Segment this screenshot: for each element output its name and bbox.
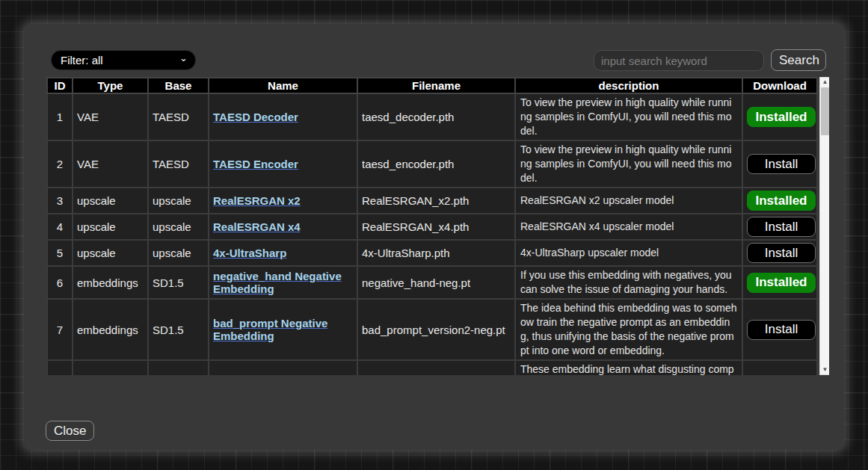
cell-type: upscale [73, 188, 148, 214]
scrollbar-up-icon[interactable]: ▲ [820, 78, 829, 87]
table-row: 7 embeddings SD1.5 bad_prompt Negative E… [47, 299, 817, 360]
cell-description: RealESRGAN x4 upscaler model [515, 214, 742, 240]
cell-description: These embedding learn what disgusting co… [515, 360, 742, 375]
cell-description: 4x-UltraSharp upscaler model [515, 240, 742, 266]
table-row: 4 upscale upscale RealESRGAN x4 RealESRG… [47, 214, 817, 240]
cell-name: RealESRGAN x2 [209, 188, 357, 214]
cell-base: SD1.5 [148, 266, 209, 299]
model-table-container: ID Type Base Name Filename description D… [46, 77, 829, 375]
scrollbar[interactable]: ▲ ▼ [819, 77, 829, 375]
header-type: Type [73, 78, 148, 93]
cell-filename: bad_prompt_version2-neg.pt [357, 299, 515, 360]
cell-base [148, 360, 209, 375]
filter-select[interactable]: Filter: all ⌄ [51, 50, 196, 70]
cell-download: Install [742, 214, 817, 240]
cell-type: embeddings [73, 266, 148, 299]
cell-download: Installed [742, 266, 817, 299]
cell-description: If you use this embedding with negatives… [515, 266, 742, 299]
cell-description: RealESRGAN x2 upscaler model [515, 188, 742, 214]
cell-name: 4x-UltraSharp [209, 240, 357, 266]
cell-filename [357, 360, 515, 375]
cell-base: upscale [148, 188, 209, 214]
cell-base: upscale [148, 240, 209, 266]
cell-type: embeddings [73, 299, 148, 360]
cell-name: negative_hand Negative Embedding [209, 266, 357, 299]
search-input[interactable] [594, 50, 764, 71]
install-button[interactable]: Install [747, 243, 816, 263]
cell-filename: RealESRGAN_x2.pth [357, 188, 515, 214]
cell-id: 1 [47, 93, 73, 140]
cell-filename: taesd_encoder.pth [357, 140, 515, 188]
table-row: 3 upscale upscale RealESRGAN x2 RealESRG… [47, 188, 817, 214]
scrollbar-down-icon[interactable]: ▼ [820, 365, 829, 374]
cell-name: RealESRGAN x4 [209, 214, 357, 240]
table-row: 5 upscale upscale 4x-UltraSharp 4x-Ultra… [47, 240, 817, 266]
model-link[interactable]: bad_prompt Negative Embedding [213, 317, 327, 342]
table-row: 1 VAE TAESD TAESD Decoder taesd_decoder.… [47, 93, 817, 140]
install-button[interactable]: Install [747, 154, 816, 174]
cell-description: To view the preview in high quality whil… [515, 93, 742, 140]
install-button[interactable]: Install [747, 320, 816, 340]
model-link[interactable]: negative_hand Negative Embedding [213, 270, 342, 295]
cell-name [209, 360, 357, 375]
cell-id: 6 [47, 266, 73, 299]
model-link[interactable]: 4x-UltraSharp [213, 247, 286, 259]
table-header-row: ID Type Base Name Filename description D… [47, 78, 817, 93]
cell-base: TAESD [148, 93, 209, 140]
cell-filename: RealESRGAN_x4.pth [357, 214, 515, 240]
cell-id: 4 [47, 214, 73, 240]
model-link[interactable]: RealESRGAN x4 [213, 220, 301, 233]
model-manager-dialog: Filter: all ⌄ Search ID Type Base Name F… [24, 24, 844, 450]
cell-download: Installed [742, 188, 817, 214]
cell-type: upscale [73, 214, 148, 240]
cell-download: Install [742, 140, 817, 188]
cell-download [742, 360, 817, 375]
cell-name: bad_prompt Negative Embedding [209, 299, 357, 360]
cell-download: Installed [742, 93, 817, 140]
cell-id [47, 360, 73, 375]
cell-type [73, 360, 148, 375]
cell-id: 7 [47, 299, 73, 360]
cell-download: Install [742, 299, 817, 360]
header-download: Download [742, 78, 817, 93]
model-table: ID Type Base Name Filename description D… [46, 77, 818, 375]
model-link[interactable]: TAESD Encoder [213, 158, 298, 170]
cell-id: 5 [47, 240, 73, 266]
model-link[interactable]: RealESRGAN x2 [213, 194, 301, 207]
installed-button[interactable]: Installed [747, 107, 816, 127]
filter-select-value: Filter: all [61, 54, 103, 67]
cell-name: TAESD Decoder [209, 93, 357, 140]
table-row: 6 embeddings SD1.5 negative_hand Negativ… [47, 266, 817, 299]
cell-id: 3 [47, 188, 73, 214]
table-row: 2 VAE TAESD TAESD Encoder taesd_encoder.… [47, 140, 817, 188]
header-description: description [515, 78, 742, 93]
cell-description: The idea behind this embedding was to so… [515, 299, 742, 360]
search-button[interactable]: Search [771, 49, 826, 71]
header-name: Name [209, 78, 357, 93]
cell-type: upscale [73, 240, 148, 266]
table-row: These embedding learn what disgusting co… [47, 360, 817, 375]
scrollbar-thumb[interactable] [821, 87, 829, 135]
header-base: Base [148, 78, 209, 93]
model-link[interactable]: TAESD Decoder [213, 111, 298, 123]
installed-button[interactable]: Installed [747, 191, 816, 211]
cell-type: VAE [73, 93, 148, 140]
install-button[interactable]: Install [747, 217, 816, 237]
cell-description: To view the preview in high quality whil… [515, 140, 742, 188]
cell-base: TAESD [148, 140, 209, 188]
cell-filename: taesd_decoder.pth [357, 93, 515, 140]
cell-download: Install [742, 240, 817, 266]
cell-type: VAE [73, 140, 148, 188]
cell-base: upscale [148, 214, 209, 240]
close-button[interactable]: Close [46, 421, 94, 441]
chevron-down-icon: ⌄ [179, 55, 188, 62]
cell-name: TAESD Encoder [209, 140, 357, 188]
cell-filename: 4x-UltraSharp.pth [357, 240, 515, 266]
installed-button[interactable]: Installed [747, 273, 816, 293]
header-id: ID [47, 78, 73, 93]
header-filename: Filename [357, 78, 515, 93]
cell-base: SD1.5 [148, 299, 209, 360]
cell-id: 2 [47, 140, 73, 188]
cell-filename: negative_hand-neg.pt [357, 266, 515, 299]
